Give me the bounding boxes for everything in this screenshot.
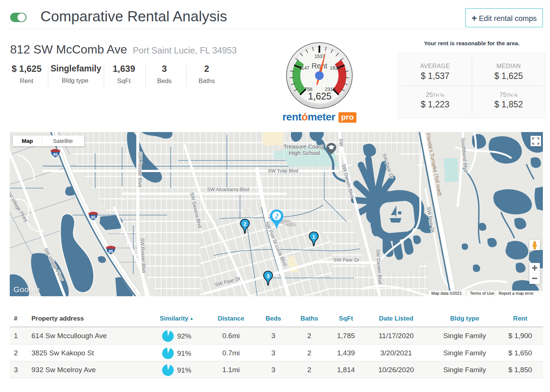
svg-text:3: 3	[267, 273, 270, 279]
svg-text:1537: 1537	[314, 54, 325, 59]
svg-text:1928: 1928	[330, 65, 340, 71]
svg-text:High School: High School	[289, 150, 320, 156]
svg-text:Treasure Coast: Treasure Coast	[283, 143, 323, 150]
svg-text:95: 95	[91, 215, 95, 220]
svg-text:Satellite: Satellite	[53, 138, 73, 144]
svg-text:1,625: 1,625	[308, 91, 332, 101]
svg-text:Report a map error: Report a map error	[499, 291, 534, 295]
svg-text:95: 95	[53, 152, 58, 157]
svg-text:Map: Map	[22, 138, 33, 144]
svg-text:Map data ©2021: Map data ©2021	[431, 291, 462, 295]
svg-text:SW Tulip Blvd: SW Tulip Blvd	[268, 168, 298, 174]
svg-text:SW Paar Dr: SW Paar Dr	[333, 257, 359, 263]
svg-text:SW Alcantarra Blvd: SW Alcantarra Blvd	[207, 187, 249, 192]
svg-text:2: 2	[243, 221, 246, 227]
svg-text:1: 1	[312, 233, 315, 240]
svg-text:1147: 1147	[300, 65, 310, 71]
svg-text:Terms of Use: Terms of Use	[470, 291, 494, 295]
svg-text:2: 2	[274, 212, 279, 220]
svg-text:95: 95	[109, 249, 113, 254]
svg-text:SW Rosser Blvd: SW Rosser Blvd	[137, 152, 143, 187]
svg-text:Rent: Rent	[312, 62, 328, 70]
svg-text:SW: SW	[338, 139, 344, 147]
svg-text:Google: Google	[13, 285, 40, 294]
